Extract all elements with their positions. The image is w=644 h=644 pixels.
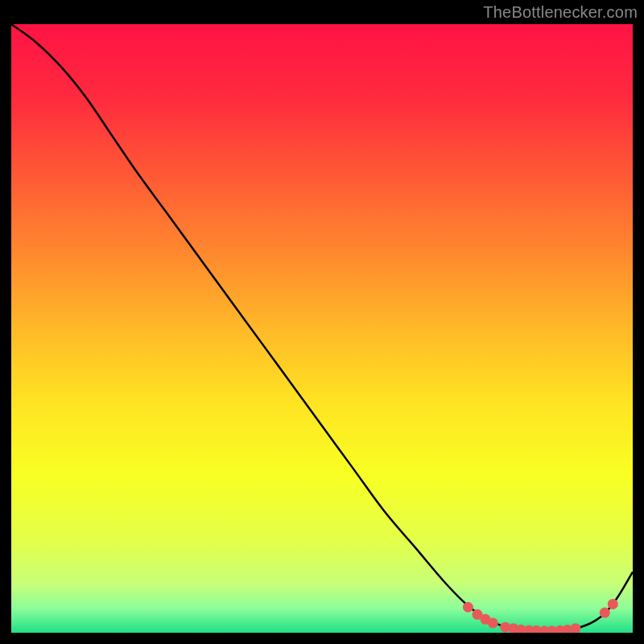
plot-area (11, 24, 633, 633)
bottleneck-chart (11, 24, 633, 633)
marker-point (608, 599, 618, 609)
chart-frame: TheBottlenecker.com (0, 0, 644, 644)
attribution-text: TheBottlenecker.com (483, 3, 638, 22)
marker-point (463, 602, 473, 613)
gradient-background (11, 24, 633, 633)
marker-point (488, 617, 498, 628)
marker-point (600, 608, 610, 618)
